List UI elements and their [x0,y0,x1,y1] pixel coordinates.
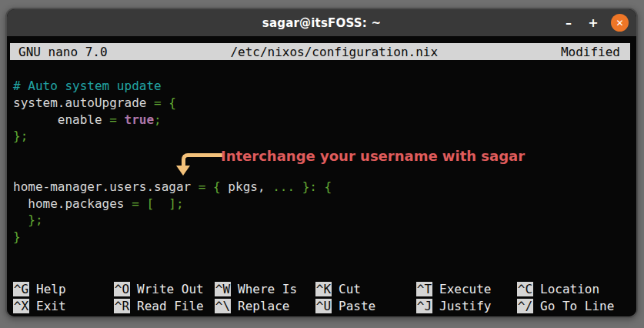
shortcut-key: ^/ [517,299,533,313]
shortcut-key: ^J [416,299,432,313]
code-token-plain [13,213,28,227]
code-token-punct: = [ ]; [132,196,183,211]
shortcut-label: Exit [36,299,66,313]
shortcut-key: ^O [114,282,130,296]
code-token-plain: system.autoUpgrade [13,95,154,110]
shortcut-go-to-line: ^/Go To Line [517,298,618,315]
nano-header-bar: GNU nano 7.0 /etc/nixos/configuration.ni… [10,43,630,60]
code-token-punct: ; [154,112,162,127]
nano-modified-status: Modified [561,45,620,59]
shortcut-location: ^CLocation [517,281,618,298]
close-icon: ✕ [616,18,623,28]
shortcut-key: ^\ [215,299,231,313]
window-controls: – + ✕ [562,9,629,36]
minimize-button[interactable]: – [562,16,576,30]
shortcut-paste: ^UPaste [315,298,416,315]
shortcut-label: Write Out [137,282,204,296]
shortcut-label: Help [36,282,66,296]
code-line: # Auto system update [13,78,332,95]
code-line: } [13,229,332,246]
shortcut-label: Replace [238,299,289,313]
shortcut-key: ^K [315,282,332,296]
code-token-punct: }; [28,213,42,227]
annotation-text: Interchange your username with sagar [221,148,525,164]
code-token-plain: enable [13,112,109,127]
shortcut-justify: ^JJustify [416,298,517,315]
shortcut-label: Cut [339,282,361,296]
shortcut-bar: ^GHelp^OWrite Out^WWhere Is^KCut^TExecut… [13,281,618,314]
shortcut-label: Go To Line [540,299,614,313]
shortcut-key: ^R [114,299,130,313]
annotation-arrow-head-icon [176,166,190,176]
code-token-plain: pkgs, [221,179,272,194]
code-token-plain: home.packages [13,196,132,211]
code-line: home-manager.users.sagar = { pkgs, ... }… [13,179,332,196]
code-token-punct: ... }: { [272,179,332,194]
shortcut-key: ^G [13,282,29,296]
code-token-comment: # Auto system update [13,79,162,93]
terminal-content[interactable]: GNU nano 7.0 /etc/nixos/configuration.ni… [7,36,636,316]
shortcut-label: Location [540,282,599,296]
terminal-window: sagar@itsFOSS: ~ – + ✕ GNU nano 7.0 /etc… [5,8,638,318]
shortcut-cut: ^KCut [315,281,416,298]
maximize-button[interactable]: + [586,16,600,30]
shortcut-key: ^U [315,299,332,313]
shortcut-label: Where Is [238,282,297,296]
title-bar[interactable]: sagar@itsFOSS: ~ – + ✕ [7,9,636,36]
nano-app-version: GNU nano 7.0 [18,45,108,59]
shortcut-key: ^T [416,282,432,296]
shortcut-key: ^X [13,299,29,313]
shortcut-label: Justify [439,299,491,313]
code-line: }; [13,212,332,229]
code-token-punct: = { [154,95,176,110]
code-token-bool: true [125,112,155,127]
code-line: home.packages = [ ]; [13,196,332,213]
shortcut-label: Execute [439,282,491,296]
code-line [13,162,332,179]
shortcut-replace: ^\Replace [215,298,315,315]
code-token-punct: = { [199,179,221,194]
shortcut-label: Read File [137,299,204,313]
window-title: sagar@itsFOSS: ~ [262,16,381,30]
code-token-punct: }; [13,129,28,143]
code-line: system.autoUpgrade = { [13,95,332,112]
code-token-punct: } [13,229,21,244]
nano-file-path: /etc/nixos/configuration.nix [230,45,438,59]
shortcut-key: ^W [215,282,231,296]
shortcut-where-is: ^WWhere Is [215,281,315,298]
shortcut-label: Paste [339,299,375,313]
shortcut-help: ^GHelp [13,281,114,298]
shortcut-key: ^C [517,282,533,296]
code-line: }; [13,128,332,145]
shortcut-write-out: ^OWrite Out [114,281,215,298]
code-line: enable = true; [13,112,332,129]
code-token-plain: home-manager.users.sagar [13,179,199,194]
shortcut-read-file: ^RRead File [114,298,215,315]
close-button[interactable]: ✕ [611,14,629,32]
shortcut-execute: ^TExecute [416,281,517,298]
shortcut-exit: ^XExit [13,298,114,315]
code-token-punct: = [109,112,124,127]
